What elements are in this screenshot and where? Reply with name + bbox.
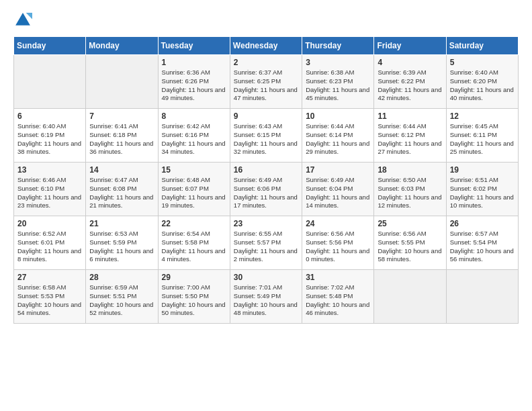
weekday-header: Monday bbox=[86, 37, 158, 55]
day-info: Sunrise: 6:46 AM Sunset: 6:10 PM Dayligh… bbox=[17, 176, 82, 210]
day-info: Sunrise: 6:40 AM Sunset: 6:20 PM Dayligh… bbox=[450, 68, 515, 103]
day-number: 26 bbox=[450, 219, 515, 228]
weekday-header: Thursday bbox=[302, 37, 374, 55]
day-info: Sunrise: 6:38 AM Sunset: 6:23 PM Dayligh… bbox=[306, 68, 370, 103]
logo-icon bbox=[13, 11, 32, 30]
day-number: 1 bbox=[162, 58, 226, 67]
calendar-day-cell: 7Sunrise: 6:41 AM Sunset: 6:18 PM Daylig… bbox=[86, 109, 158, 163]
day-info: Sunrise: 6:39 AM Sunset: 6:22 PM Dayligh… bbox=[378, 68, 442, 103]
day-number: 19 bbox=[450, 165, 515, 175]
day-info: Sunrise: 6:42 AM Sunset: 6:16 PM Dayligh… bbox=[162, 122, 226, 156]
calendar-day-cell: 13Sunrise: 6:46 AM Sunset: 6:10 PM Dayli… bbox=[14, 163, 86, 216]
calendar-day-cell: 25Sunrise: 6:56 AM Sunset: 5:55 PM Dayli… bbox=[374, 216, 446, 270]
day-number: 17 bbox=[306, 165, 370, 175]
day-number: 4 bbox=[378, 58, 442, 67]
day-number: 29 bbox=[162, 273, 226, 282]
day-number: 10 bbox=[306, 111, 370, 121]
weekday-header: Saturday bbox=[446, 37, 518, 55]
calendar-day-cell: 22Sunrise: 6:54 AM Sunset: 5:58 PM Dayli… bbox=[158, 216, 230, 270]
day-number: 16 bbox=[234, 165, 298, 175]
calendar-day-cell: 3Sunrise: 6:38 AM Sunset: 6:23 PM Daylig… bbox=[302, 55, 374, 109]
calendar-day-cell: 24Sunrise: 6:56 AM Sunset: 5:56 PM Dayli… bbox=[302, 216, 374, 270]
day-number: 25 bbox=[378, 219, 442, 228]
day-info: Sunrise: 7:00 AM Sunset: 5:50 PM Dayligh… bbox=[162, 283, 226, 318]
day-info: Sunrise: 6:49 AM Sunset: 6:04 PM Dayligh… bbox=[306, 176, 370, 210]
calendar-day-cell: 9Sunrise: 6:43 AM Sunset: 6:15 PM Daylig… bbox=[230, 109, 302, 163]
day-number: 31 bbox=[306, 273, 370, 282]
calendar-day-cell: 30Sunrise: 7:01 AM Sunset: 5:49 PM Dayli… bbox=[230, 270, 302, 324]
day-number: 28 bbox=[89, 273, 154, 282]
day-number: 11 bbox=[378, 111, 442, 121]
calendar-day-cell bbox=[14, 55, 86, 109]
calendar-day-cell: 19Sunrise: 6:51 AM Sunset: 6:02 PM Dayli… bbox=[446, 163, 518, 216]
day-info: Sunrise: 6:50 AM Sunset: 6:03 PM Dayligh… bbox=[378, 176, 442, 210]
calendar-week-row: 13Sunrise: 6:46 AM Sunset: 6:10 PM Dayli… bbox=[14, 163, 519, 216]
logo bbox=[13, 11, 35, 30]
calendar-day-cell: 29Sunrise: 7:00 AM Sunset: 5:50 PM Dayli… bbox=[158, 270, 230, 324]
day-info: Sunrise: 6:54 AM Sunset: 5:58 PM Dayligh… bbox=[162, 230, 226, 264]
calendar-day-cell: 12Sunrise: 6:45 AM Sunset: 6:11 PM Dayli… bbox=[446, 109, 518, 163]
calendar-day-cell: 15Sunrise: 6:48 AM Sunset: 6:07 PM Dayli… bbox=[158, 163, 230, 216]
calendar-week-row: 1Sunrise: 6:36 AM Sunset: 6:26 PM Daylig… bbox=[14, 55, 519, 109]
calendar-table: SundayMondayTuesdayWednesdayThursdayFrid… bbox=[13, 36, 519, 324]
day-info: Sunrise: 6:45 AM Sunset: 6:11 PM Dayligh… bbox=[450, 122, 515, 156]
calendar-page: SundayMondayTuesdayWednesdayThursdayFrid… bbox=[0, 0, 532, 334]
day-number: 5 bbox=[450, 58, 515, 67]
day-number: 15 bbox=[162, 165, 226, 175]
day-number: 12 bbox=[450, 111, 515, 121]
calendar-day-cell: 11Sunrise: 6:44 AM Sunset: 6:12 PM Dayli… bbox=[374, 109, 446, 163]
calendar-week-row: 27Sunrise: 6:58 AM Sunset: 5:53 PM Dayli… bbox=[14, 270, 519, 324]
header bbox=[13, 11, 519, 30]
weekday-header: Friday bbox=[374, 37, 446, 55]
calendar-week-row: 20Sunrise: 6:52 AM Sunset: 6:01 PM Dayli… bbox=[14, 216, 519, 270]
calendar-day-cell bbox=[446, 270, 518, 324]
day-info: Sunrise: 6:37 AM Sunset: 6:25 PM Dayligh… bbox=[234, 68, 298, 103]
day-number: 8 bbox=[162, 111, 226, 121]
day-info: Sunrise: 6:56 AM Sunset: 5:55 PM Dayligh… bbox=[378, 230, 442, 264]
calendar-day-cell: 23Sunrise: 6:55 AM Sunset: 5:57 PM Dayli… bbox=[230, 216, 302, 270]
day-info: Sunrise: 6:56 AM Sunset: 5:56 PM Dayligh… bbox=[306, 230, 370, 264]
calendar-day-cell: 17Sunrise: 6:49 AM Sunset: 6:04 PM Dayli… bbox=[302, 163, 374, 216]
calendar-day-cell: 14Sunrise: 6:47 AM Sunset: 6:08 PM Dayli… bbox=[86, 163, 158, 216]
weekday-header: Wednesday bbox=[230, 37, 302, 55]
calendar-week-row: 6Sunrise: 6:40 AM Sunset: 6:19 PM Daylig… bbox=[14, 109, 519, 163]
day-number: 9 bbox=[234, 111, 298, 121]
calendar-day-cell bbox=[374, 270, 446, 324]
day-info: Sunrise: 6:52 AM Sunset: 6:01 PM Dayligh… bbox=[17, 230, 82, 264]
calendar-day-cell: 28Sunrise: 6:59 AM Sunset: 5:51 PM Dayli… bbox=[86, 270, 158, 324]
day-number: 18 bbox=[378, 165, 442, 175]
day-number: 23 bbox=[234, 219, 298, 228]
calendar-day-cell bbox=[86, 55, 158, 109]
calendar-day-cell: 26Sunrise: 6:57 AM Sunset: 5:54 PM Dayli… bbox=[446, 216, 518, 270]
svg-marker-1 bbox=[26, 13, 32, 19]
day-number: 20 bbox=[17, 219, 82, 228]
day-info: Sunrise: 7:02 AM Sunset: 5:48 PM Dayligh… bbox=[306, 283, 370, 318]
calendar-day-cell: 10Sunrise: 6:44 AM Sunset: 6:14 PM Dayli… bbox=[302, 109, 374, 163]
day-number: 7 bbox=[89, 111, 154, 121]
day-info: Sunrise: 6:36 AM Sunset: 6:26 PM Dayligh… bbox=[162, 68, 226, 103]
calendar-day-cell: 4Sunrise: 6:39 AM Sunset: 6:22 PM Daylig… bbox=[374, 55, 446, 109]
day-info: Sunrise: 6:51 AM Sunset: 6:02 PM Dayligh… bbox=[450, 176, 515, 210]
calendar-day-cell: 31Sunrise: 7:02 AM Sunset: 5:48 PM Dayli… bbox=[302, 270, 374, 324]
weekday-header-row: SundayMondayTuesdayWednesdayThursdayFrid… bbox=[14, 37, 519, 55]
day-info: Sunrise: 6:59 AM Sunset: 5:51 PM Dayligh… bbox=[89, 283, 154, 318]
day-info: Sunrise: 6:57 AM Sunset: 5:54 PM Dayligh… bbox=[450, 230, 515, 264]
weekday-header: Sunday bbox=[14, 37, 86, 55]
day-info: Sunrise: 6:47 AM Sunset: 6:08 PM Dayligh… bbox=[89, 176, 154, 210]
weekday-header: Tuesday bbox=[158, 37, 230, 55]
calendar-day-cell: 20Sunrise: 6:52 AM Sunset: 6:01 PM Dayli… bbox=[14, 216, 86, 270]
day-info: Sunrise: 6:48 AM Sunset: 6:07 PM Dayligh… bbox=[162, 176, 226, 210]
day-number: 14 bbox=[89, 165, 154, 175]
day-info: Sunrise: 6:58 AM Sunset: 5:53 PM Dayligh… bbox=[17, 283, 82, 318]
day-number: 6 bbox=[17, 111, 82, 121]
calendar-day-cell: 16Sunrise: 6:49 AM Sunset: 6:06 PM Dayli… bbox=[230, 163, 302, 216]
day-info: Sunrise: 6:40 AM Sunset: 6:19 PM Dayligh… bbox=[17, 122, 82, 156]
day-number: 2 bbox=[234, 58, 298, 67]
calendar-day-cell: 6Sunrise: 6:40 AM Sunset: 6:19 PM Daylig… bbox=[14, 109, 86, 163]
day-info: Sunrise: 6:43 AM Sunset: 6:15 PM Dayligh… bbox=[234, 122, 298, 156]
day-number: 24 bbox=[306, 219, 370, 228]
calendar-day-cell: 5Sunrise: 6:40 AM Sunset: 6:20 PM Daylig… bbox=[446, 55, 518, 109]
day-info: Sunrise: 6:44 AM Sunset: 6:12 PM Dayligh… bbox=[378, 122, 442, 156]
day-number: 3 bbox=[306, 58, 370, 67]
calendar-day-cell: 8Sunrise: 6:42 AM Sunset: 6:16 PM Daylig… bbox=[158, 109, 230, 163]
